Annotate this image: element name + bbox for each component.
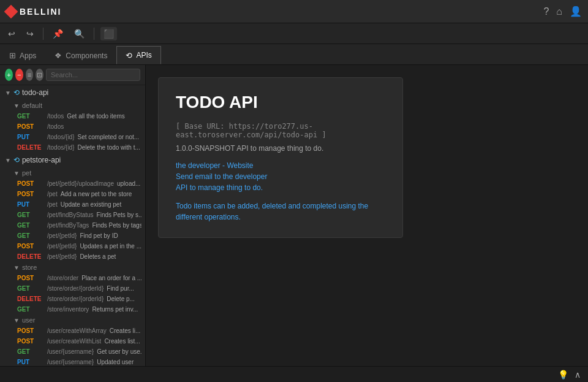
- tab-components[interactable]: ❖ Components: [45, 46, 116, 64]
- list-item[interactable]: GET /store/inventory Returns pet inv...: [0, 304, 145, 315]
- zoom-button[interactable]: 🔍: [71, 27, 88, 40]
- endpoint-desc: Update an existing pet: [61, 201, 141, 208]
- arrow-icon: ▼: [13, 170, 20, 177]
- expand-button[interactable]: ⊡: [36, 69, 43, 81]
- list-item[interactable]: DELETE /store/order/{orderId} Delete p..…: [0, 294, 145, 304]
- endpoint-desc: Returns pet inv...: [92, 306, 141, 313]
- endpoint-desc: Delete p...: [107, 296, 141, 302]
- apis-icon: ⟲: [126, 51, 132, 60]
- endpoint-path: /user/createWithArray: [47, 327, 107, 334]
- arrow-icon: ▼: [5, 90, 11, 96]
- list-item[interactable]: DELETE /todos/{id} Delete the todo with …: [0, 142, 145, 153]
- list-item[interactable]: GET /pet/{petId} Find pet by ID: [0, 231, 145, 241]
- group-pet-header[interactable]: ▼ pet: [0, 167, 145, 178]
- list-item[interactable]: PUT /user/{username} Updated user: [0, 357, 145, 366]
- add-button[interactable]: +: [5, 69, 13, 81]
- home-icon[interactable]: ⌂: [556, 6, 562, 17]
- endpoint-path: /user/{username}: [47, 359, 94, 365]
- list-item[interactable]: GET /pet/findByTags Finds Pets by tags: [0, 220, 145, 231]
- list-item[interactable]: POST /pet/{petId} Updates a pet in the .…: [0, 241, 145, 251]
- arrow-icon: ▼: [13, 102, 20, 109]
- chevron-up-icon[interactable]: ∧: [575, 370, 581, 380]
- endpoint-path: /user/createWithList: [47, 338, 101, 345]
- endpoint-path: /store/order/{orderId}: [47, 285, 104, 292]
- list-item[interactable]: GET /user/{username} Get user by use...: [0, 346, 145, 357]
- tab-apps[interactable]: ⊞ Apps: [0, 46, 45, 64]
- method-post: POST: [17, 338, 44, 345]
- endpoint-desc: Delete the todo with t...: [77, 144, 141, 151]
- group-default-header[interactable]: ▼ default: [0, 100, 145, 111]
- api-links: the developer - Website Send email to th…: [176, 161, 385, 192]
- tab-apis-label: APIs: [136, 51, 151, 59]
- list-item[interactable]: GET /todos Get all the todo items: [0, 111, 145, 121]
- section-todo-api-label: todo-api: [22, 88, 48, 97]
- endpoint-desc: Finds Pets by tags: [92, 222, 141, 229]
- method-post: POST: [17, 191, 44, 197]
- section-petstore-label: petstore-api: [22, 156, 61, 164]
- account-icon[interactable]: 👤: [570, 6, 582, 17]
- list-item[interactable]: PUT /todos/{id} Set completed or not...: [0, 132, 145, 142]
- search-input[interactable]: [46, 69, 140, 81]
- logo-diamond: [4, 4, 18, 18]
- endpoint-desc: Find pet by ID: [80, 232, 141, 239]
- top-bar: BELLINI ? ⌂ 👤: [0, 0, 588, 23]
- endpoint-desc: Find pur...: [107, 285, 141, 292]
- tab-components-label: Components: [66, 52, 107, 60]
- logo: BELLINI: [6, 7, 61, 17]
- api-link-email[interactable]: Send email to the developer: [176, 172, 385, 181]
- pin-button[interactable]: 📌: [50, 27, 66, 40]
- method-post: POST: [17, 243, 44, 250]
- apps-icon: ⊞: [9, 51, 16, 60]
- method-post: POST: [17, 275, 44, 281]
- list-item[interactable]: DELETE /pet/{petId} Deletes a pet: [0, 251, 145, 262]
- list-item[interactable]: GET /store/order/{orderId} Find pur...: [0, 283, 145, 294]
- endpoint-desc: Updated user: [97, 359, 141, 365]
- top-bar-icons: ? ⌂ 👤: [543, 6, 582, 17]
- endpoint-desc: Finds Pets by s...: [97, 212, 141, 218]
- tab-apis[interactable]: ⟲ APIs: [116, 46, 160, 64]
- list-item[interactable]: POST /user/createWithList Creates list..…: [0, 336, 145, 346]
- method-put: PUT: [17, 201, 44, 208]
- method-delete: DELETE: [17, 253, 44, 260]
- list-item[interactable]: GET /pet/findByStatus Finds Pets by s...: [0, 210, 145, 220]
- section-petstore-api: ▼ ⟲ petstore-api ▼ pet POST /pet/{petId}…: [0, 153, 145, 366]
- api-version: 1.0.0-SNAPSHOT API to manage thing to do…: [176, 144, 385, 153]
- method-put: PUT: [17, 134, 44, 140]
- remove-button[interactable]: −: [15, 69, 23, 81]
- section-todo-api-header[interactable]: ▼ ⟲ todo-api: [0, 85, 145, 100]
- group-store-header[interactable]: ▼ store: [0, 262, 145, 273]
- api-link-manage[interactable]: API to manage thing to do.: [176, 183, 385, 192]
- list-item[interactable]: POST /pet Add a new pet to the store: [0, 189, 145, 199]
- list-item[interactable]: POST /user/createWithArray Creates li...: [0, 326, 145, 336]
- bulb-icon[interactable]: 💡: [558, 370, 568, 380]
- method-delete: DELETE: [17, 296, 44, 302]
- list-item[interactable]: POST /pet/{petId}/uploadImage upload...: [0, 178, 145, 189]
- undo-button[interactable]: ↩: [5, 27, 18, 40]
- endpoint-path: /pet/{petId}: [47, 253, 77, 260]
- group-pet-label: pet: [22, 169, 31, 177]
- endpoint-path: /todos/{id}: [47, 134, 74, 140]
- api-link-website[interactable]: the developer - Website: [176, 161, 385, 170]
- redo-button[interactable]: ↪: [23, 27, 37, 40]
- main: + − ≡ ⊡ ▼ ⟲ todo-api ▼ default GET: [0, 65, 588, 366]
- endpoint-path: /pet/{petId}: [47, 232, 77, 239]
- endpoint-desc: upload...: [117, 180, 141, 187]
- list-item[interactable]: POST /store/order Place an order for a .…: [0, 273, 145, 283]
- help-icon[interactable]: ?: [543, 6, 549, 17]
- collapse-button[interactable]: ≡: [26, 69, 34, 81]
- api-description: Todo items can be added, deleted and com…: [176, 201, 385, 223]
- arrow-icon: ▼: [13, 264, 20, 271]
- method-put: PUT: [17, 359, 44, 365]
- list-item[interactable]: POST /todos: [0, 121, 145, 132]
- endpoint-path: /pet/findByTags: [47, 222, 89, 229]
- method-delete: DELETE: [17, 144, 44, 151]
- method-get: GET: [17, 222, 44, 229]
- endpoint-path: /pet/{petId}/uploadImage: [47, 180, 114, 187]
- list-item[interactable]: PUT /pet Update an existing pet: [0, 199, 145, 210]
- components-icon: ❖: [55, 51, 62, 60]
- endpoint-desc: Get all the todo items: [67, 113, 141, 120]
- section-petstore-api-header[interactable]: ▼ ⟲ petstore-api: [0, 153, 145, 167]
- view-button[interactable]: ⬛: [100, 27, 117, 40]
- group-user-header[interactable]: ▼ user: [0, 315, 145, 326]
- method-get: GET: [17, 232, 44, 239]
